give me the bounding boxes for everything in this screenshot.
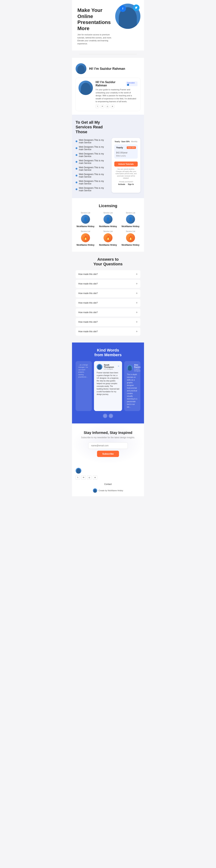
license-card-3: Service List 🔥 NickName Hridoy: [76, 230, 96, 246]
faq-heading: Answers toYour Questions: [76, 257, 140, 267]
services-section: To Get all My Services Read Those Web De…: [72, 115, 144, 198]
faq-plus-3: +: [136, 301, 138, 305]
divider-line: [79, 54, 137, 54]
faq-item-5[interactable]: How made this site? +: [76, 318, 140, 326]
license-label-0: Service List: [76, 212, 96, 214]
services-layout: Web Designers This is my main Service We…: [76, 138, 140, 193]
footer-instagram-icon[interactable]: ◎: [87, 475, 92, 480]
plan-save-badge: Save 50%: [127, 146, 136, 149]
plan-billing: Billed yearly: [116, 155, 136, 157]
footer-contact-link[interactable]: Contact: [104, 483, 112, 486]
service-dot-4: [76, 168, 77, 169]
profile-avatar-simple: [76, 63, 86, 74]
testimonial-header-right: Alex Ramirez Graphic Designer: [127, 364, 138, 372]
faq-item-2[interactable]: How made this site? +: [76, 289, 140, 298]
license-name-0: NickName Hridoy: [76, 225, 96, 228]
faq-question-4: How made this site?: [78, 311, 98, 314]
already-purchased: Already purchased? Activate Sign In: [114, 181, 138, 185]
testimonial-card-right: Alex Ramirez Graphic Designer The in-dep…: [124, 361, 140, 411]
profile-simple-name: Hi! I'm Sazidur Rahman: [89, 67, 125, 71]
creator-avatar: [93, 488, 97, 493]
testimonial-info-center: Sarah Thompson UX Designer: [104, 364, 116, 370]
already-purchased-links: Activate Sign In: [114, 183, 138, 185]
monthly-toggle-label[interactable]: Monthly: [131, 141, 137, 143]
newsletter-section: Stay Informed, Stay Inspired Subscribe t…: [72, 424, 144, 464]
faq-item-4[interactable]: How made this site? +: [76, 308, 140, 316]
faq-plus-5: +: [136, 320, 138, 324]
license-label-1: Service List: [98, 212, 118, 214]
testimonial-next-button[interactable]: →: [109, 414, 113, 418]
licensing-grid: Service List 👤 NickName Hridoy Service L…: [76, 212, 140, 246]
service-dot-7: [76, 188, 77, 190]
subscribe-button[interactable]: Subscribe: [97, 451, 119, 457]
email-input[interactable]: [88, 442, 128, 449]
faq-plus-4: +: [136, 311, 138, 314]
footer-twitter-icon[interactable]: 𝕏: [76, 475, 80, 480]
profile-email-icon[interactable]: ✉: [101, 104, 104, 108]
faq-plus-1: +: [136, 282, 138, 286]
services-list: Web Designers This is my main Service We…: [76, 138, 109, 193]
service-item-3: Web Designers This is my main Service: [76, 158, 109, 165]
profile-twitter-icon[interactable]: 𝕏: [96, 104, 99, 108]
testimonial-avatar-center: [97, 364, 102, 370]
activate-link[interactable]: Activate: [118, 183, 125, 185]
license-label-3: Service List: [76, 230, 96, 232]
footer-link-icon[interactable]: ⊕: [93, 475, 97, 480]
service-item-5: Web Designers This is my main Service: [76, 172, 109, 179]
profile-instagram-icon[interactable]: ◎: [106, 104, 109, 108]
facebook-badge[interactable]: f: [119, 5, 126, 12]
testimonials-row: ...as a design manager. I've can teach p…: [76, 361, 140, 411]
plan-price-value: $42.00: [116, 151, 123, 154]
unlock-button[interactable]: Unlock Tutorials: [114, 161, 138, 166]
faq-item-1[interactable]: How made this site? +: [76, 280, 140, 288]
plan-price: $42.00/year: [116, 150, 136, 154]
service-item-1: Web Designers This is my main Service: [76, 145, 109, 152]
service-item-2: Web Designers This is my main Service: [76, 152, 109, 158]
twitter-badge[interactable]: [133, 4, 140, 11]
faq-section: Answers toYour Questions How made this s…: [72, 252, 144, 342]
footer-contact: Contact: [76, 483, 140, 486]
testimonials-section: Kind Wordsfrom Members ...as a design ma…: [72, 342, 144, 424]
testimonial-navigation: ← →: [76, 414, 140, 418]
footer-social: 𝕏 ✉ ◎ ⊕: [76, 475, 140, 480]
footer: 𝕏 ✉ ◎ ⊕ Contact Create by NickName Hrido…: [72, 464, 144, 496]
faq-item-3[interactable]: How made this site? +: [76, 299, 140, 307]
faq-item-6[interactable]: How made this site? +: [76, 328, 140, 336]
footer-email-icon[interactable]: ✉: [81, 475, 86, 480]
profile-link-icon[interactable]: ⊕: [111, 104, 114, 108]
specialist-badge: Specialist 🔵: [126, 82, 138, 86]
pricing-card: Yearly · Save 50% Monthly Yearly Save 50…: [112, 138, 140, 193]
service-label-7: Web Designers This is my main Service: [79, 187, 109, 192]
licensing-section: Licensing Service List 👤 NickName Hridoy…: [72, 198, 144, 252]
testimonial-card-center: Sarah Thompson UX Designer ❝ Framer tuto…: [94, 361, 122, 411]
yearly-toggle-label[interactable]: Yearly · Save 50%: [115, 141, 130, 143]
profile-social-icons: 𝕏 ✉ ◎ ⊕: [96, 104, 138, 108]
footer-creator: Create by NickName Hridoy: [76, 488, 140, 493]
license-name-1: NickName Hridoy: [98, 225, 118, 228]
faq-question-2: How made this site?: [78, 292, 98, 294]
faq-question-5: How made this site?: [78, 321, 98, 323]
service-label-2: Web Designers This is my main Service: [79, 153, 109, 158]
testimonial-info-right: Alex Ramirez Graphic Designer: [134, 364, 140, 372]
license-name-4: NickName Hridoy: [98, 244, 118, 246]
faq-plus-2: +: [136, 291, 138, 295]
hero-description: Join for exclusive access to premium tut…: [77, 33, 113, 45]
license-card-0: Service List 👤 NickName Hridoy: [76, 212, 96, 228]
testimonial-prev-button[interactable]: ←: [103, 414, 107, 418]
hero-title: Make Your Online Presentations More: [77, 7, 113, 31]
profile-detailed-card: Hi! I'm Sazidur Rahman Specialist 🔵 I'm …: [76, 78, 140, 111]
license-icon-4: 🔥: [104, 233, 112, 242]
service-dot-2: [76, 154, 77, 156]
faq-question-3: How made this site?: [78, 302, 98, 304]
profile-info: Hi! I'm Sazidur Rahman Specialist 🔵 I'm …: [96, 81, 138, 108]
service-dot-1: [76, 147, 77, 149]
license-name-2: NickName Hridoy: [120, 225, 140, 228]
divider-section: [72, 51, 144, 58]
testimonials-wrapper: ...as a design manager. I've can teach p…: [76, 361, 140, 411]
faq-item-0[interactable]: How made this site? +: [76, 270, 140, 278]
plan-period: /year: [123, 151, 128, 154]
faq-plus-0: +: [136, 272, 138, 276]
license-name-3: NickName Hridoy: [76, 244, 96, 246]
signin-link[interactable]: Sign In: [128, 183, 134, 185]
license-icon-1: 👤: [104, 215, 112, 224]
